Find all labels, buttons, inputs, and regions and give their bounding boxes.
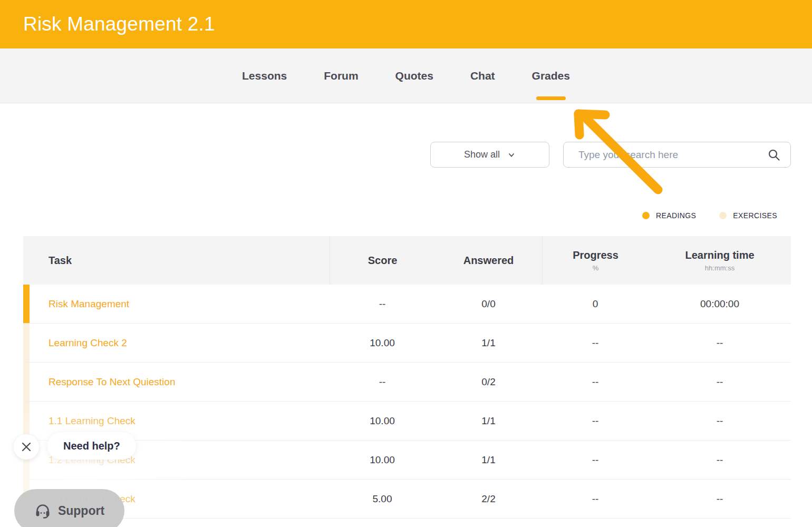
- close-icon: [21, 441, 32, 453]
- col-answered: Answered: [463, 255, 514, 267]
- show-all-dropdown[interactable]: Show all: [430, 142, 549, 168]
- legend-exercises: EXERCISES: [719, 211, 777, 220]
- progress-value: --: [542, 376, 649, 388]
- progress-value: --: [542, 415, 649, 427]
- tab-forum[interactable]: Forum: [321, 48, 361, 103]
- table-header: Task Score Answered Progress% Learning t…: [23, 236, 791, 285]
- answered-value: 1/1: [435, 337, 542, 349]
- legend: READINGS EXERCISES: [642, 211, 777, 220]
- task-link[interactable]: Learning Check 2: [23, 337, 330, 349]
- task-link[interactable]: Risk Management: [23, 298, 330, 310]
- answered-value: 2/2: [435, 493, 542, 505]
- progress-value: --: [542, 454, 649, 466]
- col-learning-time: Learning time: [685, 249, 754, 261]
- progress-value: --: [542, 493, 649, 505]
- search-input[interactable]: [577, 149, 767, 161]
- show-all-label: Show all: [464, 149, 500, 160]
- time-value: --: [649, 493, 791, 505]
- tab-quotes[interactable]: Quotes: [392, 48, 437, 103]
- table-row: 1.1 Learning Check 10.00 1/1 -- --: [23, 402, 791, 441]
- search-box: [563, 142, 791, 168]
- tab-lessons[interactable]: Lessons: [239, 48, 290, 103]
- legend-readings: READINGS: [642, 211, 696, 220]
- exercises-dot-icon: [719, 212, 727, 219]
- row-type-bar: [23, 363, 30, 401]
- score-value: 10.00: [330, 337, 435, 349]
- task-link[interactable]: 1.1 Learning Check: [23, 415, 330, 427]
- progress-value: --: [542, 337, 649, 349]
- row-type-bar: [23, 324, 30, 362]
- answered-value: 1/1: [435, 454, 542, 466]
- row-type-bar: [23, 285, 30, 323]
- table-row: Risk Management -- 0/0 0 00:00:00: [23, 285, 791, 324]
- answered-value: 0/0: [435, 298, 542, 310]
- chevron-down-icon: [507, 151, 516, 159]
- course-tabbar: Lessons Forum Quotes Chat Grades: [0, 48, 812, 103]
- readings-dot-icon: [642, 212, 650, 219]
- close-help-button[interactable]: [14, 434, 39, 460]
- score-value: 10.00: [330, 454, 435, 466]
- grades-table: Task Score Answered Progress% Learning t…: [23, 236, 791, 519]
- tab-chat[interactable]: Chat: [467, 48, 498, 103]
- search-icon[interactable]: [767, 148, 781, 162]
- answered-value: 0/2: [435, 376, 542, 388]
- time-value: --: [649, 376, 791, 388]
- table-row: 1.2 Learning Check 10.00 1/1 -- --: [23, 441, 791, 480]
- col-task: Task: [49, 255, 72, 267]
- col-progress: Progress: [573, 249, 618, 261]
- table-row: 1.3 Learning Check 5.00 2/2 -- --: [23, 480, 791, 519]
- time-value: --: [649, 337, 791, 349]
- answered-value: 1/1: [435, 415, 542, 427]
- time-value: 00:00:00: [649, 298, 791, 310]
- score-value: 5.00: [330, 493, 435, 505]
- time-value: --: [649, 454, 791, 466]
- app-header: Risk Management 2.1: [0, 0, 812, 48]
- score-value: --: [330, 376, 435, 388]
- need-help-tooltip[interactable]: Need help?: [47, 432, 136, 460]
- table-row: Learning Check 2 10.00 1/1 -- --: [23, 324, 791, 363]
- table-row: Response To Next Quiestion -- 0/2 -- --: [23, 363, 791, 402]
- tab-grades[interactable]: Grades: [529, 48, 573, 103]
- support-button[interactable]: Support: [14, 489, 124, 527]
- score-value: --: [330, 298, 435, 310]
- headset-icon: [34, 502, 51, 519]
- time-value: --: [649, 415, 791, 427]
- page-title: Risk Management 2.1: [23, 13, 215, 35]
- score-value: 10.00: [330, 415, 435, 427]
- progress-value: 0: [542, 298, 649, 310]
- task-link[interactable]: Response To Next Quiestion: [23, 376, 330, 388]
- col-score: Score: [368, 255, 398, 267]
